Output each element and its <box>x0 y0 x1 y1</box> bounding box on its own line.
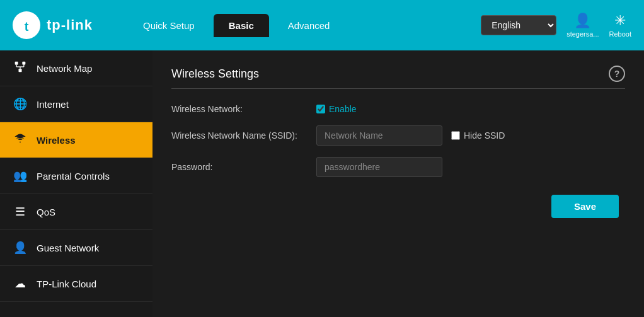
ssid-row: Wireless Network Name (SSID): Hide SSID <box>171 125 625 146</box>
enable-checkbox[interactable] <box>316 105 325 113</box>
svg-text:t: t <box>25 20 29 33</box>
nav-right: English 中文 Español Deutsch Français 👤 st… <box>481 13 631 38</box>
guest-network-icon: 👤 <box>13 241 28 255</box>
ssid-input[interactable] <box>316 125 442 146</box>
qos-icon: ☰ <box>13 205 28 219</box>
wireless-network-control: Enable <box>316 104 357 114</box>
password-control <box>316 157 442 177</box>
account-label: stegersa... <box>566 30 599 38</box>
sidebar-item-qos[interactable]: ☰ QoS <box>0 194 152 230</box>
sidebar: Network Map 🌐 Internet Wireless 👥 Parent… <box>0 50 152 317</box>
sidebar-item-tp-link-cloud[interactable]: ☁ TP-Link Cloud <box>0 266 152 302</box>
logo: t tp-link <box>13 11 93 39</box>
account-button[interactable]: 👤 stegersa... <box>566 13 599 38</box>
password-label: Password: <box>171 162 316 172</box>
internet-icon: 🌐 <box>13 97 28 111</box>
language-select[interactable]: English 中文 Español Deutsch Français <box>481 15 556 35</box>
tp-link-logo-icon: t <box>13 11 40 39</box>
password-row: Password: <box>171 157 625 177</box>
svg-rect-4 <box>19 69 22 72</box>
sidebar-label-tp-link-cloud: TP-Link Cloud <box>37 279 96 289</box>
save-button[interactable]: Save <box>551 195 619 218</box>
wireless-network-row: Wireless Network: Enable <box>171 104 625 114</box>
password-input[interactable] <box>316 157 442 177</box>
page-title: Wireless Settings ? <box>171 66 625 89</box>
cloud-icon: ☁ <box>13 277 28 291</box>
sidebar-label-internet: Internet <box>37 99 69 110</box>
sidebar-item-parental-controls[interactable]: 👥 Parental Controls <box>0 158 152 194</box>
tab-advanced[interactable]: Advanced <box>275 15 343 36</box>
wireless-network-label: Wireless Network: <box>171 104 316 114</box>
reboot-icon: ✳ <box>614 13 626 29</box>
content-area: Wireless Settings ? Wireless Network: En… <box>152 50 644 317</box>
ssid-label: Wireless Network Name (SSID): <box>171 130 316 141</box>
sidebar-item-wireless[interactable]: Wireless <box>0 122 152 158</box>
save-row: Save <box>171 195 625 218</box>
sidebar-item-internet[interactable]: 🌐 Internet <box>0 86 152 122</box>
sidebar-item-guest-network[interactable]: 👤 Guest Network <box>0 230 152 266</box>
content-inner: Wireless Settings ? Wireless Network: En… <box>152 50 644 233</box>
ssid-control: Hide SSID <box>316 125 505 146</box>
enable-label-text: Enable <box>329 104 357 114</box>
tab-quick-setup[interactable]: Quick Setup <box>130 15 207 36</box>
tab-basic[interactable]: Basic <box>214 14 269 37</box>
sidebar-label-network-map: Network Map <box>37 63 92 74</box>
svg-rect-2 <box>15 61 18 64</box>
sidebar-label-parental-controls: Parental Controls <box>37 171 110 182</box>
hide-ssid-label[interactable]: Hide SSID <box>451 130 505 141</box>
nav-area: Quick Setup Basic Advanced English 中文 Es… <box>93 13 631 38</box>
hide-ssid-checkbox[interactable] <box>451 131 460 140</box>
page-title-text: Wireless Settings <box>171 67 259 81</box>
account-icon: 👤 <box>574 13 591 29</box>
hide-ssid-label-text: Hide SSID <box>464 130 505 141</box>
nav-tabs: Quick Setup Basic Advanced <box>130 14 342 37</box>
parental-controls-icon: 👥 <box>13 169 28 183</box>
main-layout: Network Map 🌐 Internet Wireless 👥 Parent… <box>0 50 644 317</box>
reboot-button[interactable]: ✳ Reboot <box>609 13 631 38</box>
sidebar-label-qos: QoS <box>37 207 55 217</box>
network-map-icon <box>13 61 28 76</box>
header: t tp-link Quick Setup Basic Advanced Eng… <box>0 0 644 50</box>
sidebar-label-wireless: Wireless <box>37 135 76 146</box>
logo-text: tp-link <box>47 17 93 33</box>
svg-rect-3 <box>22 61 25 64</box>
sidebar-label-guest-network: Guest Network <box>37 243 99 253</box>
reboot-label: Reboot <box>609 30 631 38</box>
sidebar-item-network-map[interactable]: Network Map <box>0 50 152 86</box>
help-icon[interactable]: ? <box>609 66 625 82</box>
enable-checkbox-label[interactable]: Enable <box>316 104 357 114</box>
wireless-icon <box>13 132 28 148</box>
